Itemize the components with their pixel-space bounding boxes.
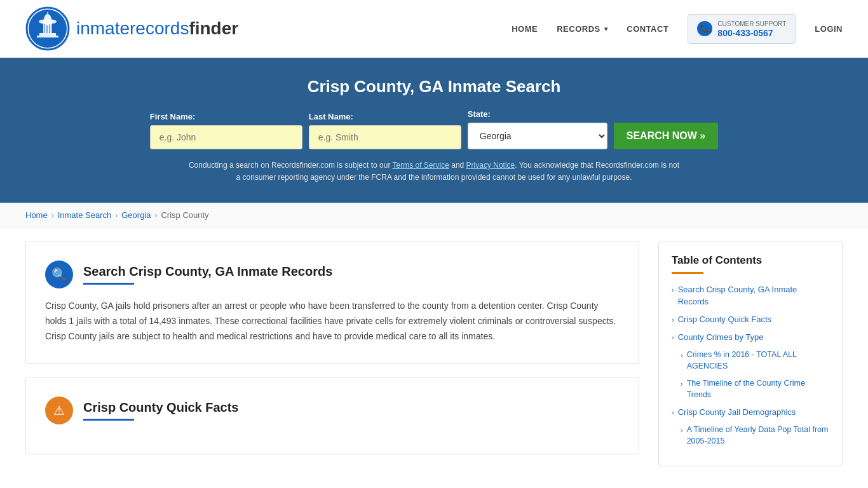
hero-section: Crisp County, GA Inmate Search First Nam… <box>0 58 868 203</box>
svg-rect-10 <box>51 24 53 33</box>
first-name-label: First Name: <box>150 112 196 121</box>
last-name-group: Last Name: <box>309 112 461 149</box>
state-label: State: <box>468 109 491 119</box>
nav-login[interactable]: LOGIN <box>815 24 843 34</box>
toc-item-county-crimes[interactable]: › County Crimes by Type <box>672 332 829 343</box>
state-group: State: Georgia Alabama Florida <box>468 109 607 149</box>
logo[interactable]: inmaterecordsfinder <box>25 6 238 51</box>
logo-icon <box>25 6 70 51</box>
last-name-label: Last Name: <box>309 112 353 121</box>
chevron-right-icon-6: › <box>672 408 674 417</box>
search-button[interactable]: SEARCH NOW » <box>614 123 718 149</box>
toc-box: Table of Contents › Search Crisp County,… <box>658 241 843 466</box>
chevron-right-icon-5: › <box>681 379 683 389</box>
main-nav: HOME RECORDS ▾ CONTACT 📞 CUSTOMER SUPPOR… <box>512 14 843 44</box>
main-container: 🔍 Search Crisp County, GA Inmate Records… <box>0 228 868 479</box>
chevron-right-icon-7: › <box>681 426 683 435</box>
toc-item-crimes-percent[interactable]: › Crimes % in 2016 - TOTAL ALL AGENCIES <box>681 349 829 372</box>
chevron-right-icon-1: › <box>672 285 674 295</box>
svg-rect-6 <box>41 24 43 33</box>
card-title-inmate: Search Crisp County, GA Inmate Records <box>83 264 332 285</box>
site-header: inmaterecordsfinder HOME RECORDS ▾ CONTA… <box>0 0 868 58</box>
logo-text: inmaterecordsfinder <box>76 18 238 39</box>
content-area: 🔍 Search Crisp County, GA Inmate Records… <box>25 241 658 466</box>
toc-item-yearly-data[interactable]: › A Timeline of Yearly Data Pop Total fr… <box>681 424 829 447</box>
svg-rect-7 <box>44 24 45 33</box>
support-box[interactable]: 📞 CUSTOMER SUPPORT 800-433-0567 <box>688 14 796 44</box>
title-underline-2 <box>83 419 134 421</box>
svg-point-11 <box>44 14 51 25</box>
first-name-group: First Name: <box>150 112 302 149</box>
toc-sub-1: › Crimes % in 2016 - TOTAL ALL AGENCIES … <box>672 349 829 400</box>
last-name-input[interactable] <box>309 125 461 149</box>
breadcrumb-home[interactable]: Home <box>25 210 48 220</box>
breadcrumb-sep-2: › <box>115 211 118 220</box>
page-title: Crisp County, GA Inmate Search <box>25 77 843 97</box>
inmate-records-card: 🔍 Search Crisp County, GA Inmate Records… <box>25 241 639 363</box>
card-body-inmate: Crisp County, GA jails hold prisoners af… <box>45 299 620 344</box>
alert-icon: ⚠ <box>45 396 73 424</box>
svg-rect-4 <box>39 33 56 36</box>
tos-link[interactable]: Terms of Service <box>393 161 449 170</box>
chevron-right-icon-2: › <box>672 315 674 325</box>
breadcrumb: Home › Inmate Search › Georgia › Crisp C… <box>0 203 868 228</box>
search-icon: 🔍 <box>45 261 73 288</box>
quick-facts-card: ⚠ Crisp County Quick Facts <box>25 377 639 454</box>
breadcrumb-georgia[interactable]: Georgia <box>121 210 151 220</box>
search-form: First Name: Last Name: State: Georgia Al… <box>25 109 843 149</box>
card-title-facts: Crisp County Quick Facts <box>83 400 239 421</box>
state-select[interactable]: Georgia Alabama Florida <box>468 123 607 149</box>
chevron-down-icon: ▾ <box>604 25 608 32</box>
breadcrumb-sep-3: › <box>154 211 157 220</box>
sidebar: Table of Contents › Search Crisp County,… <box>658 241 843 466</box>
breadcrumb-current: Crisp County <box>161 210 208 220</box>
chevron-right-icon-3: › <box>672 333 674 342</box>
svg-rect-9 <box>49 24 50 33</box>
privacy-link[interactable]: Privacy Notice <box>466 161 515 170</box>
support-info: CUSTOMER SUPPORT 800-433-0567 <box>717 20 786 38</box>
title-underline <box>83 283 134 285</box>
disclaimer-text: Conducting a search on Recordsfinder.com… <box>186 159 682 184</box>
card-header-inmate: 🔍 Search Crisp County, GA Inmate Records <box>45 261 620 288</box>
toc-sub-2: › A Timeline of Yearly Data Pop Total fr… <box>672 424 829 447</box>
toc-item-inmate-records[interactable]: › Search Crisp County, GA Inmate Records <box>672 284 829 307</box>
breadcrumb-sep-1: › <box>51 211 54 220</box>
chevron-right-icon-4: › <box>681 351 683 360</box>
first-name-input[interactable] <box>150 125 302 149</box>
toc-title: Table of Contents <box>672 254 829 267</box>
nav-records[interactable]: RECORDS ▾ <box>557 24 607 34</box>
svg-rect-8 <box>46 24 48 33</box>
toc-item-timeline-crime[interactable]: › The Timeline of the County Crime Trend… <box>681 378 829 400</box>
card-header-facts: ⚠ Crisp County Quick Facts <box>45 396 620 424</box>
toc-item-demographics[interactable]: › Crisp County Jail Demographics <box>672 407 829 418</box>
toc-item-quick-facts[interactable]: › Crisp County Quick Facts <box>672 314 829 325</box>
svg-rect-5 <box>37 36 58 37</box>
phone-icon: 📞 <box>697 21 712 36</box>
toc-underline <box>672 272 703 274</box>
nav-contact[interactable]: CONTACT <box>627 24 668 34</box>
breadcrumb-inmate-search[interactable]: Inmate Search <box>58 210 112 220</box>
nav-home[interactable]: HOME <box>512 24 538 34</box>
